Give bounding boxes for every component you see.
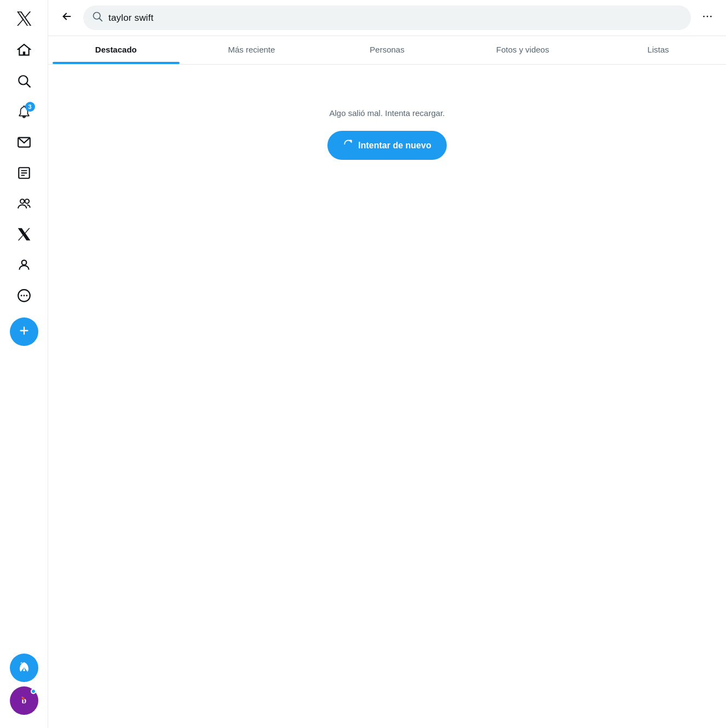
svg-point-25 — [710, 16, 712, 18]
sidebar-item-home[interactable] — [10, 37, 38, 66]
svg-line-16 — [21, 662, 22, 663]
more-options-button[interactable] — [698, 8, 717, 28]
sidebar-item-premium[interactable] — [10, 221, 38, 250]
sidebar-bottom: b — [10, 654, 38, 721]
tab-listas[interactable]: Listas — [590, 36, 726, 64]
tab-fotos-videos[interactable]: Fotos y videos — [455, 36, 591, 64]
tab-mas-reciente-underline — [188, 62, 315, 64]
main-content: taylor swift Destacado Más reciente Pers… — [48, 0, 726, 728]
list-icon — [17, 166, 31, 182]
error-message: Algo salió mal. Intenta recargar. — [330, 108, 445, 118]
svg-point-24 — [707, 16, 708, 18]
tab-fotos-videos-underline — [459, 62, 586, 64]
tab-listas-label: Listas — [648, 45, 669, 62]
tab-personas[interactable]: Personas — [319, 36, 455, 64]
top-bar: taylor swift — [48, 0, 726, 36]
back-button[interactable] — [57, 8, 77, 28]
home-icon — [17, 43, 31, 60]
svg-point-9 — [21, 260, 26, 265]
sidebar-nav: 3 — [0, 35, 48, 654]
svg-point-23 — [703, 16, 705, 18]
bits-notification-dot — [31, 689, 36, 694]
more-circle-icon — [17, 288, 31, 305]
svg-point-12 — [23, 295, 25, 297]
tab-mas-reciente-label: Más reciente — [228, 45, 275, 62]
error-section: Algo salió mal. Intenta recargar. Intent… — [48, 65, 726, 728]
more-options-icon — [701, 10, 713, 25]
svg-point-20 — [22, 697, 24, 699]
people-icon — [17, 197, 31, 213]
svg-point-7 — [20, 199, 24, 204]
tab-destacado-label: Destacado — [95, 45, 137, 62]
search-query-text: taylor swift — [108, 13, 153, 24]
search-bar-icon — [92, 11, 103, 25]
sidebar-item-lists[interactable] — [10, 160, 38, 188]
sidebar-item-search[interactable] — [10, 68, 38, 96]
compose-icon — [18, 325, 30, 339]
search-icon — [17, 74, 31, 90]
back-arrow-icon — [61, 10, 73, 25]
x-logo[interactable] — [12, 7, 36, 31]
compose-button[interactable] — [10, 317, 38, 346]
sidebar-item-notifications[interactable]: 3 — [10, 99, 38, 127]
sidebar-item-more[interactable] — [10, 282, 38, 311]
retry-button[interactable]: Intentar de nuevo — [327, 131, 446, 160]
sidebar-item-communities[interactable] — [10, 190, 38, 219]
retry-label: Intentar de nuevo — [358, 141, 431, 151]
sidebar-item-messages[interactable] — [10, 129, 38, 158]
svg-line-1 — [26, 84, 30, 87]
svg-point-11 — [20, 295, 22, 297]
search-tabs: Destacado Más reciente Personas Fotos y … — [48, 36, 726, 65]
x-nav-icon — [17, 227, 31, 244]
tab-mas-reciente[interactable]: Más reciente — [184, 36, 320, 64]
svg-line-22 — [100, 19, 102, 21]
person-icon — [17, 258, 31, 274]
search-bar[interactable]: taylor swift — [83, 5, 691, 30]
retry-icon — [343, 138, 354, 152]
tab-destacado-underline — [53, 62, 180, 64]
mail-icon — [17, 135, 31, 152]
svg-point-8 — [25, 199, 29, 204]
tab-listas-underline — [595, 62, 722, 64]
notification-badge: 3 — [25, 102, 35, 112]
sidebar-item-profile[interactable] — [10, 252, 38, 280]
svg-point-13 — [26, 295, 27, 297]
feather-app-button[interactable] — [10, 654, 38, 682]
tab-fotos-videos-label: Fotos y videos — [496, 45, 549, 62]
bits-app-button[interactable]: b — [10, 686, 38, 715]
tab-destacado[interactable]: Destacado — [48, 36, 184, 64]
tab-personas-label: Personas — [370, 45, 404, 62]
sidebar: 3 — [0, 0, 48, 728]
tab-personas-underline — [324, 62, 451, 64]
